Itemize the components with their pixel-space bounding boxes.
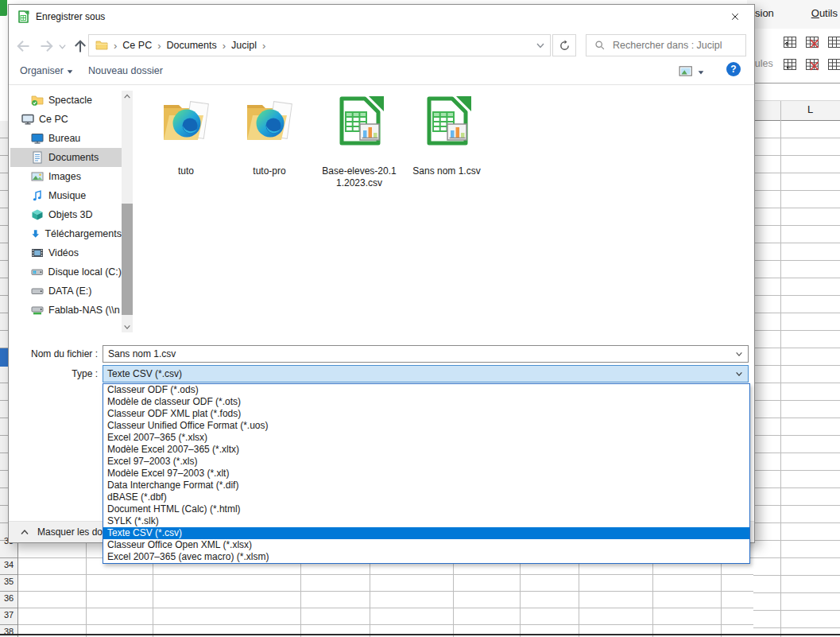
file-tile-base-eleves[interactable]: Base-eleves-20.11.2023.csv <box>315 89 403 200</box>
grid-vline <box>86 542 87 637</box>
filetype-option[interactable]: Modèle de classeur ODF (*.ots) <box>103 396 749 408</box>
filetype-value: Texte CSV (*.csv) <box>107 368 182 379</box>
sidebar-item-musique[interactable]: Musique <box>10 186 122 205</box>
delete-row-table-icon[interactable] <box>805 35 819 49</box>
view-mode-icon[interactable] <box>679 64 693 79</box>
synced-folder-icon <box>31 94 44 107</box>
insert-column-table-icon[interactable] <box>783 57 797 72</box>
filetype-option[interactable]: Data Interchange Format (*.dif) <box>103 480 749 491</box>
filename-value: Sans nom 1.csv <box>108 348 176 359</box>
back-icon[interactable] <box>15 38 31 54</box>
column-header-row: L <box>753 101 840 121</box>
filetype-option[interactable]: Modèle Excel 2007–365 (*.xltx) <box>103 444 749 456</box>
menu-item-outils[interactable]: Outils <box>811 7 838 19</box>
chevron-down-icon <box>123 323 131 331</box>
dialog-titlebar[interactable]: Enregistrer sous <box>9 5 754 29</box>
filetype-option[interactable]: Classeur Office Open XML (*.xlsx) <box>103 539 749 551</box>
menu-item-partial[interactable]: sion <box>755 7 774 19</box>
sidebar-item-documents[interactable]: Documents <box>10 148 122 167</box>
filetype-option[interactable]: SYLK (*.slk) <box>103 515 749 527</box>
filetype-option[interactable]: dBASE (*.dbf) <box>103 491 749 503</box>
sidebar-item-ce-pc[interactable]: Ce PC <box>10 110 122 129</box>
row-number[interactable]: 34 <box>0 557 17 573</box>
filetype-label: Type : <box>9 365 98 383</box>
filetype-option-selected[interactable]: Texte CSV (*.csv) <box>103 527 749 539</box>
filetype-option[interactable]: Excel 2007–365 (*.xlsx) <box>103 432 749 444</box>
filetype-option[interactable]: Classeur ODF XML plat (*.fods) <box>103 408 749 420</box>
filetype-option[interactable]: Excel 97–2003 (*.xls) <box>103 456 749 468</box>
save-as-dialog: Enregistrer sous › Ce PC › Documents › J… <box>8 4 755 543</box>
filetype-option[interactable]: Modèle Excel 97–2003 (*.xlt) <box>103 468 749 480</box>
help-button[interactable]: ? <box>726 62 741 76</box>
format-column-table-icon[interactable] <box>827 57 840 72</box>
breadcrumb-separator: › <box>114 40 117 52</box>
recent-locations-chevron-icon[interactable] <box>58 42 67 51</box>
edge-folder-icon <box>244 95 295 146</box>
downloads-icon <box>31 227 40 240</box>
refresh-icon <box>559 40 571 52</box>
up-icon[interactable] <box>72 38 88 54</box>
filetype-combobox[interactable]: Texte CSV (*.csv) <box>103 365 749 383</box>
column-header-L[interactable]: L <box>780 103 840 115</box>
sidebar-item-data-e[interactable]: DATA (E:) <box>10 282 122 301</box>
breadcrumb-jucipl[interactable]: Jucipl <box>231 40 257 51</box>
filename-dropdown-chevron-icon[interactable] <box>735 350 743 358</box>
sidebar-item-disque-local-c[interactable]: Disque local (C:) <box>10 262 122 282</box>
sidebar-item-objets-3d[interactable]: Objets 3D <box>10 205 122 224</box>
toolbar-separator <box>753 83 840 84</box>
filename-input[interactable]: Sans nom 1.csv <box>103 345 749 363</box>
calc-taskbar-icon-fragment <box>0 0 7 16</box>
refresh-button[interactable] <box>552 34 576 56</box>
row-header-column: 33 34 35 36 37 38 <box>0 542 18 637</box>
insert-row-table-icon[interactable] <box>783 35 797 49</box>
address-dropdown-chevron-icon[interactable] <box>536 41 545 50</box>
format-table-icon[interactable] <box>827 35 840 49</box>
edge-folder-icon <box>161 95 211 146</box>
calc-csv-file-icon <box>421 95 472 146</box>
address-bar[interactable]: › Ce PC › Documents › Jucipl › <box>88 34 551 56</box>
file-label: tuto <box>142 165 230 177</box>
new-folder-button[interactable]: Nouveau dossier <box>88 60 163 81</box>
sidebar-item-bureau[interactable]: Bureau <box>10 129 122 148</box>
network-drive-icon <box>31 304 44 317</box>
sidebar-item-fablab-nas[interactable]: Fablab-NAS (\\n <box>10 301 122 320</box>
scrollbar-thumb[interactable] <box>122 204 133 315</box>
dialog-title: Enregistrer sous <box>36 5 105 29</box>
search-placeholder: Rechercher dans : Jucipl <box>613 40 722 51</box>
view-mode-chevron-icon[interactable] <box>697 68 705 76</box>
breadcrumb-ce-pc[interactable]: Ce PC <box>122 40 152 51</box>
filetype-option[interactable]: Document HTML (Calc) (*.html) <box>103 503 749 515</box>
close-button[interactable] <box>721 6 749 27</box>
sidebar-item-videos[interactable]: Vidéos <box>10 243 122 262</box>
chevron-up-icon[interactable] <box>20 527 29 537</box>
filetype-option[interactable]: Classeur Unified Office Format (*.uos) <box>103 420 749 432</box>
scrollbar-up-button[interactable] <box>122 91 133 102</box>
screen: sion Outils lules L 33 34 35 36 37 38 En <box>0 0 840 637</box>
scrollbar-down-button[interactable] <box>122 321 133 332</box>
calc-csv-file-icon <box>334 95 385 146</box>
filetype-option[interactable]: Classeur ODF (*.ods) <box>103 384 749 396</box>
row-number[interactable]: 36 <box>0 590 17 607</box>
forward-icon[interactable] <box>39 38 55 54</box>
file-tile-tuto-pro[interactable]: tuto-pro <box>226 89 313 200</box>
search-box[interactable]: Rechercher dans : Jucipl <box>586 34 746 56</box>
sidebar-item-telechargements[interactable]: Téléchargements <box>10 224 122 243</box>
row-number[interactable]: 35 <box>0 573 17 590</box>
filetype-dropdown-chevron-icon[interactable] <box>735 370 743 378</box>
file-tile-sans-nom[interactable]: Sans nom 1.csv <box>403 89 490 200</box>
search-icon <box>594 40 606 51</box>
disk-icon <box>31 285 44 297</box>
file-label: Sans nom 1.csv <box>403 165 490 177</box>
file-tile-tuto[interactable]: tuto <box>142 89 230 200</box>
grid-vline <box>780 101 781 637</box>
row-number[interactable]: 37 <box>0 607 17 623</box>
organiser-dropdown-icon[interactable] <box>66 68 74 76</box>
desktop-icon <box>31 132 44 145</box>
breadcrumb-documents[interactable]: Documents <box>167 40 217 51</box>
filetype-option[interactable]: Excel 2007–365 (avec macro) (*.xlsm) <box>103 551 749 563</box>
sidebar-item-images[interactable]: Images <box>10 167 122 186</box>
organiser-button[interactable]: Organiser <box>20 60 64 81</box>
delete-column-table-icon[interactable] <box>805 57 819 72</box>
sidebar-item-spectacle[interactable]: Spectacle <box>10 91 122 110</box>
breadcrumb-separator: › <box>262 40 265 52</box>
